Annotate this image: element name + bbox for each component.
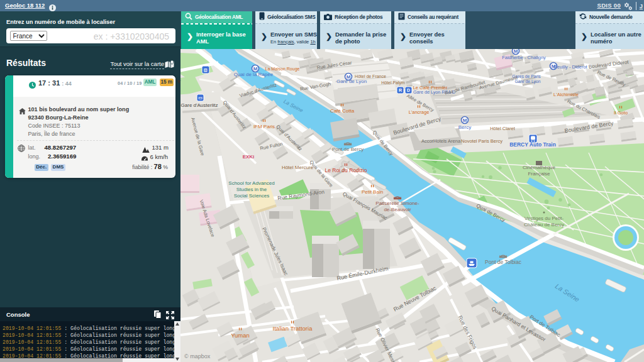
svg-text:Italian Trattoria: Italian Trattoria [273, 325, 313, 332]
svg-text:Le Roi du Rodizio: Le Roi du Rodizio [325, 167, 367, 173]
svg-text:Pont de Bercy: Pont de Bercy [332, 146, 364, 152]
svg-text:Quai de la Rapée: Quai de la Rapée [234, 72, 274, 77]
svg-text:Il Goto: Il Goto [614, 110, 628, 116]
svg-text:BERCY Auto Train: BERCY Auto Train [509, 141, 556, 148]
svg-text:La Maison Rouge: La Maison Rouge [265, 67, 300, 72]
svg-text:M: M [463, 118, 467, 123]
svg-text:Cinémathèque: Cinémathèque [523, 165, 556, 170]
svg-text:Vestiges du Petit-: Vestiges du Petit- [525, 216, 564, 221]
svg-text:Gare de Lyon: Gare de Lyon [336, 79, 367, 84]
svg-text:Hôtel Mercure: Hôtel Mercure [282, 165, 314, 170]
svg-text:Pont de Tolbiac: Pont de Tolbiac [485, 259, 522, 265]
svg-text:Française: Française [528, 171, 550, 177]
svg-text:Gare de Lyon: Gare de Lyon [515, 79, 541, 84]
svg-text:⊡: ⊡ [204, 68, 208, 72]
svg-text:▭: ▭ [198, 96, 203, 100]
svg-text:Novotel Paris Bercy: Novotel Paris Bercy [461, 138, 502, 144]
svg-text:Bercy: Bercy [458, 124, 471, 130]
svg-text:Hôtel Claret: Hôtel Claret [490, 126, 516, 131]
svg-text:Studies in the: Studies in the [236, 187, 267, 192]
svg-text:School for Advanced: School for Advanced [228, 180, 274, 186]
svg-text:Café Cotta: Café Cotta [330, 108, 355, 114]
svg-text:IFM Paris: IFM Paris [253, 124, 275, 129]
svg-text:de-Beauvoir: de-Beauvoir [384, 207, 411, 212]
svg-text:Reuilly - Diderot: Reuilly - Diderot [553, 64, 587, 70]
svg-text:EXKi: EXKi [243, 154, 255, 160]
svg-text:R: R [399, 88, 402, 92]
svg-text:Petit Bain: Petit Bain [362, 189, 383, 195]
svg-text:© mapbox: © mapbox [184, 353, 211, 359]
svg-text:AccorHotels Arena: AccorHotels Arena [421, 138, 461, 144]
svg-text:D: D [407, 88, 410, 92]
svg-text:Yuman: Yuman [231, 332, 250, 339]
svg-text:Château de Bercy: Château de Bercy [524, 222, 564, 228]
svg-text:L'ancrage: L'ancrage [409, 109, 430, 115]
svg-text:Social Sciences: Social Sciences [234, 193, 269, 199]
svg-text:M: M [514, 49, 518, 54]
svg-text:Gare d'Austerlitz: Gare d'Austerlitz [181, 102, 218, 108]
svg-text:Hôtel de France: Hôtel de France [355, 74, 386, 79]
svg-text:Le Café Premier: Le Café Premier [413, 85, 448, 90]
svg-text:L'Alchimiste: L'Alchimiste [553, 92, 579, 97]
svg-text:Hôtel Palym: Hôtel Palym [381, 80, 405, 85]
svg-text:Passerelle Simone-: Passerelle Simone- [375, 200, 419, 206]
svg-text:Faidherbe - Chaligny: Faidherbe - Chaligny [502, 55, 546, 60]
